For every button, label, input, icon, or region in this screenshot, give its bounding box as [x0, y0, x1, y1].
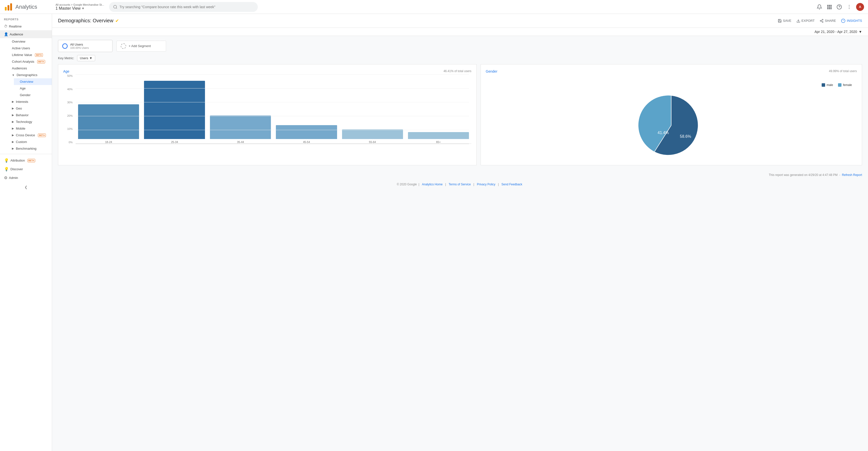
- metric-selector[interactable]: Users ▼: [77, 55, 95, 61]
- segment-text-area: All Users 100.00% Users: [70, 43, 89, 49]
- sidebar-item-lifetime-value[interactable]: Lifetime Value BETA: [10, 52, 52, 58]
- refresh-report-link[interactable]: Refresh Report: [842, 173, 862, 177]
- audience-children: Overview Active Users Lifetime Value BET…: [0, 38, 52, 152]
- sidebar-item-audience[interactable]: 👤 Audience: [0, 30, 52, 38]
- feedback-link[interactable]: Send Feedback: [501, 183, 522, 186]
- logo-area: Analytics: [4, 2, 54, 11]
- gender-chart-card: Gender 49.99% of total users male female: [480, 64, 862, 165]
- age-bar-chart: 50% 40% 30% 20% 10% 0% 18-24: [63, 74, 471, 159]
- sidebar-item-attribution[interactable]: 💡 Attribution BETA: [0, 156, 52, 165]
- sidebar-item-benchmarking[interactable]: ▶ Benchmarking: [10, 145, 52, 152]
- cross-device-collapse-icon: ▶: [12, 134, 14, 137]
- all-users-segment[interactable]: All Users 100.00% Users: [58, 40, 113, 52]
- interests-collapse-icon: ▶: [12, 100, 14, 103]
- demographics-children: Overview Age Gender: [10, 78, 52, 98]
- legend-male: male: [822, 83, 833, 87]
- share-label: SHARE: [825, 19, 836, 23]
- sidebar-item-realtime[interactable]: ⏱ Realtime: [0, 22, 52, 30]
- sidebar-item-technology[interactable]: ▶ Technology: [10, 119, 52, 125]
- sidebar-item-active-users[interactable]: Active Users: [10, 45, 52, 52]
- report-title: Demographics: Overview: [58, 18, 113, 24]
- sidebar-audience-label: Audience: [10, 32, 23, 36]
- app-title: Analytics: [16, 4, 37, 10]
- dem-gender-label: Gender: [20, 93, 30, 97]
- sidebar-item-overview[interactable]: Overview: [10, 38, 52, 45]
- y-axis-lines: [75, 74, 469, 144]
- sidebar-item-behavior[interactable]: ▶ Behavior: [10, 112, 52, 119]
- sidebar-item-dem-gender[interactable]: Gender: [14, 92, 52, 98]
- sidebar-item-cohort[interactable]: Cohort Analysis BETA: [10, 58, 52, 65]
- sidebar-item-custom[interactable]: ▶ Custom: [10, 138, 52, 145]
- svg-rect-9: [829, 6, 830, 8]
- terms-link[interactable]: Terms of Service: [448, 183, 471, 186]
- add-segment-pill[interactable]: + Add Segment: [117, 41, 166, 52]
- cohort-beta: BETA: [37, 60, 45, 63]
- gender-chart-title: Gender: [486, 69, 857, 73]
- charts-row: Age 46.41% of total users 50%: [52, 64, 868, 171]
- svg-point-20: [822, 19, 823, 20]
- page-footer: © 2020 Google | Analytics Home | Terms o…: [52, 179, 868, 190]
- save-icon: [778, 19, 782, 23]
- share-button[interactable]: SHARE: [820, 19, 836, 23]
- sidebar-item-geo[interactable]: ▶ Geo: [10, 105, 52, 112]
- pie-legend: male female: [822, 83, 852, 87]
- svg-point-16: [849, 5, 850, 6]
- svg-rect-7: [831, 5, 832, 6]
- sidebar-item-mobile[interactable]: ▶ Mobile: [10, 125, 52, 132]
- svg-rect-0: [5, 7, 7, 10]
- key-metric-label: Key Metric:: [58, 56, 74, 60]
- geo-label: Geo: [16, 106, 22, 110]
- gender-pie-svg: 41.4% 58.6%: [631, 91, 711, 160]
- segment-indicator: [62, 43, 68, 49]
- sidebar-item-dem-age[interactable]: Age: [14, 85, 52, 92]
- svg-rect-13: [831, 8, 832, 9]
- header-actions: A: [816, 3, 864, 11]
- insights-label: INSIGHTS: [847, 19, 862, 23]
- export-button[interactable]: EXPORT: [796, 19, 815, 23]
- view-dropdown-arrow: ▼: [82, 7, 85, 10]
- sidebar-item-interests[interactable]: ▶ Interests: [10, 98, 52, 105]
- discover-label: Discover: [10, 167, 23, 171]
- sidebar-item-discover[interactable]: 💡 Discover: [0, 165, 52, 173]
- metric-value: Users: [80, 56, 88, 60]
- save-label: SAVE: [783, 19, 792, 23]
- report-actions: SAVE EXPORT SHARE INSIGHTS: [778, 19, 862, 23]
- legend-female: female: [838, 83, 852, 87]
- admin-label: Admin: [9, 176, 18, 180]
- view-label: 1 Master View: [56, 6, 81, 11]
- help-icon[interactable]: [836, 4, 842, 10]
- more-icon[interactable]: [846, 4, 852, 10]
- search-bar[interactable]: [109, 2, 258, 12]
- account-path: All accounts > Google Merchandise St...: [56, 3, 104, 6]
- audience-icon: 👤: [4, 32, 8, 36]
- svg-point-18: [849, 8, 850, 9]
- custom-collapse-icon: ▶: [12, 140, 14, 143]
- svg-line-24: [821, 20, 823, 21]
- apps-icon[interactable]: [826, 4, 832, 10]
- analytics-home-link[interactable]: Analytics Home: [422, 183, 442, 186]
- sidebar-item-cross-device[interactable]: ▶ Cross Device BETA: [10, 132, 52, 138]
- sidebar-collapse-area: ❮: [0, 182, 52, 192]
- view-selector[interactable]: 1 Master View ▼: [56, 6, 104, 11]
- user-avatar[interactable]: A: [856, 3, 864, 11]
- sidebar-item-dem-overview[interactable]: Overview: [14, 78, 52, 85]
- sidebar-item-audiences[interactable]: Audiences: [10, 65, 52, 72]
- notification-icon[interactable]: [816, 4, 823, 10]
- search-input[interactable]: [120, 5, 254, 9]
- gender-total-label: 49.99% of total users: [829, 69, 857, 73]
- age-chart-card: Age 46.41% of total users 50%: [58, 64, 477, 165]
- save-button[interactable]: SAVE: [778, 19, 792, 23]
- svg-rect-10: [831, 6, 832, 8]
- sidebar-item-demographics[interactable]: ▼ Demographics: [10, 72, 52, 78]
- insights-button[interactable]: INSIGHTS: [841, 19, 862, 23]
- svg-rect-6: [829, 5, 830, 6]
- cohort-label: Cohort Analysis: [12, 60, 34, 63]
- privacy-link[interactable]: Privacy Policy: [477, 183, 495, 186]
- y-10: 10%: [62, 127, 73, 130]
- cross-device-beta: BETA: [38, 134, 46, 137]
- sidebar-item-admin[interactable]: ⚙ Admin: [0, 173, 52, 182]
- date-range-selector[interactable]: Apr 21, 2020 - Apr 27, 2020 ▼: [814, 30, 862, 34]
- discover-icon: 💡: [4, 167, 9, 171]
- account-selector[interactable]: All accounts > Google Merchandise St... …: [56, 3, 104, 11]
- sidebar-collapse-btn[interactable]: ❮: [25, 185, 28, 189]
